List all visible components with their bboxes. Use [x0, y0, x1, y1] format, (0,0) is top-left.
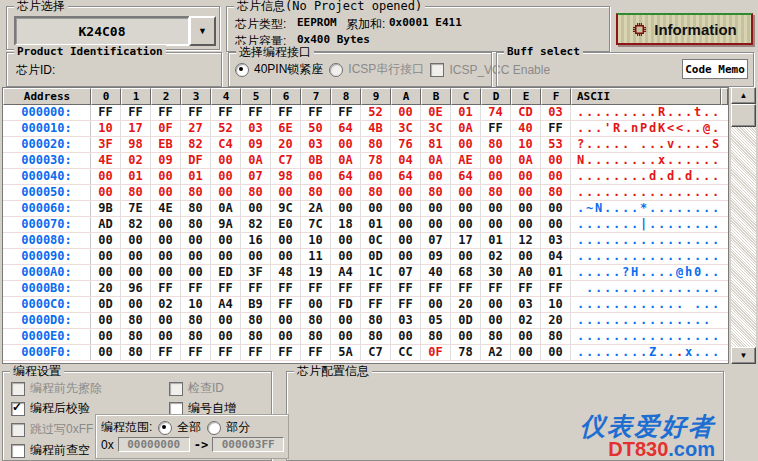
hex-cell[interactable]: 00 — [271, 185, 301, 200]
hex-cell[interactable]: 00 — [481, 297, 511, 312]
hex-cell[interactable]: FF — [211, 105, 241, 120]
hex-cell[interactable]: 3C — [421, 121, 451, 136]
hex-cell[interactable]: 00 — [301, 169, 331, 184]
hex-cell[interactable]: 00 — [421, 201, 451, 216]
hex-cell[interactable]: FF — [361, 297, 391, 312]
hex-cell[interactable]: 0C — [361, 233, 391, 248]
hex-cell[interactable]: 4B — [361, 121, 391, 136]
hex-cell[interactable]: 00 — [421, 169, 451, 184]
hex-cell[interactable]: 82 — [241, 217, 271, 232]
hex-cell[interactable]: 98 — [121, 137, 151, 152]
hex-cell[interactable]: 52 — [211, 121, 241, 136]
hex-cell[interactable]: 00 — [511, 249, 541, 264]
hex-cell[interactable]: 0B — [301, 153, 331, 168]
hex-cell[interactable]: FF — [91, 105, 121, 120]
hex-cell[interactable]: 40 — [511, 121, 541, 136]
hex-cell[interactable]: 00 — [361, 201, 391, 216]
hex-cell[interactable]: 00 — [451, 249, 481, 264]
hex-cell[interactable]: 00 — [391, 201, 421, 216]
hex-cell[interactable]: 78 — [451, 345, 481, 360]
hex-cell[interactable]: 80 — [241, 329, 271, 344]
hex-cell[interactable]: 00 — [451, 329, 481, 344]
hex-cell[interactable]: 00 — [391, 233, 421, 248]
hex-cell[interactable]: C7 — [361, 345, 391, 360]
hex-cell[interactable]: 00 — [451, 217, 481, 232]
hex-cell[interactable]: 04 — [391, 153, 421, 168]
hex-cell[interactable]: 53 — [541, 137, 571, 152]
hex-cell[interactable]: C7 — [271, 153, 301, 168]
hex-cell[interactable]: 80 — [421, 185, 451, 200]
hex-cell[interactable]: 80 — [301, 185, 331, 200]
hex-cell[interactable]: 00 — [391, 105, 421, 120]
hex-cell[interactable]: 80 — [241, 313, 271, 328]
hex-cell[interactable]: 80 — [361, 185, 391, 200]
hex-cell[interactable]: 30 — [481, 265, 511, 280]
hex-cell[interactable]: B9 — [241, 297, 271, 312]
hex-cell[interactable]: 00 — [91, 265, 121, 280]
hex-cell[interactable]: 78 — [361, 153, 391, 168]
hex-cell[interactable]: 00 — [271, 329, 301, 344]
hex-cell[interactable]: 27 — [181, 121, 211, 136]
hex-cell[interactable]: 07 — [391, 265, 421, 280]
hex-cell[interactable]: 80 — [121, 345, 151, 360]
hex-cell[interactable]: 0F — [151, 121, 181, 136]
hex-cell[interactable]: 80 — [361, 329, 391, 344]
hex-cell[interactable]: 00 — [121, 297, 151, 312]
hex-cell[interactable]: 03 — [241, 121, 271, 136]
hex-cell[interactable]: 00 — [451, 137, 481, 152]
hex-cell[interactable]: 00 — [391, 217, 421, 232]
hex-cell[interactable]: 64 — [391, 169, 421, 184]
hex-cell[interactable]: 20 — [271, 137, 301, 152]
range-start-input[interactable] — [118, 437, 190, 452]
hex-cell[interactable]: FF — [271, 297, 301, 312]
buff-select-value[interactable]: Code Memo — [682, 59, 748, 79]
hex-cell[interactable]: 09 — [241, 137, 271, 152]
hex-cell[interactable]: 96 — [121, 281, 151, 296]
hex-cell[interactable]: 00 — [511, 217, 541, 232]
hex-cell[interactable]: 40 — [421, 265, 451, 280]
hex-cell[interactable]: 18 — [331, 217, 361, 232]
hex-cell[interactable]: 00 — [211, 153, 241, 168]
range-end-input[interactable] — [212, 437, 284, 452]
hex-cell[interactable]: 00 — [91, 313, 121, 328]
hex-cell[interactable]: 52 — [361, 105, 391, 120]
hex-cell[interactable]: FF — [391, 297, 421, 312]
hex-cell[interactable]: A4 — [211, 297, 241, 312]
hex-cell[interactable]: 6E — [271, 121, 301, 136]
hex-cell[interactable]: 80 — [181, 185, 211, 200]
hex-cell[interactable]: 00 — [421, 297, 451, 312]
hex-cell[interactable]: 00 — [391, 185, 421, 200]
hex-cell[interactable]: 1C — [361, 265, 391, 280]
hex-cell[interactable]: 00 — [481, 201, 511, 216]
hex-cell[interactable]: C4 — [211, 137, 241, 152]
hex-cell[interactable]: 02 — [511, 313, 541, 328]
hex-cell[interactable]: 00 — [151, 217, 181, 232]
hex-cell[interactable]: 20 — [91, 281, 121, 296]
hex-cell[interactable]: FF — [271, 345, 301, 360]
hex-cell[interactable]: 80 — [121, 185, 151, 200]
hex-cell[interactable]: 5A — [331, 345, 361, 360]
hex-cell[interactable]: 07 — [421, 233, 451, 248]
scroll-up-button[interactable]: ▲ — [731, 87, 756, 104]
scrollbar-thumb[interactable] — [731, 104, 756, 127]
hex-cell[interactable]: FF — [361, 281, 391, 296]
hex-cell[interactable]: 00 — [241, 249, 271, 264]
radio-40pin-socket[interactable]: 40PIN锁紧座 — [235, 61, 323, 78]
hex-cell[interactable]: 4E — [151, 201, 181, 216]
hex-cell[interactable]: FF — [151, 345, 181, 360]
hex-cell[interactable]: E0 — [271, 217, 301, 232]
hex-cell[interactable]: FF — [301, 345, 331, 360]
hex-cell[interactable]: 10 — [181, 297, 211, 312]
hex-cell[interactable]: 00 — [511, 169, 541, 184]
hex-cell[interactable]: 76 — [391, 137, 421, 152]
hex-cell[interactable]: 9C — [271, 201, 301, 216]
hex-cell[interactable]: 00 — [151, 265, 181, 280]
hex-cell[interactable]: 01 — [481, 233, 511, 248]
hex-cell[interactable]: 05 — [421, 313, 451, 328]
hex-cell[interactable]: 50 — [301, 121, 331, 136]
hex-cell[interactable]: FF — [181, 345, 211, 360]
hex-cell[interactable]: 00 — [331, 233, 361, 248]
hex-cell[interactable]: 04 — [541, 249, 571, 264]
hex-cell[interactable]: 09 — [151, 153, 181, 168]
hex-cell[interactable]: 00 — [211, 185, 241, 200]
